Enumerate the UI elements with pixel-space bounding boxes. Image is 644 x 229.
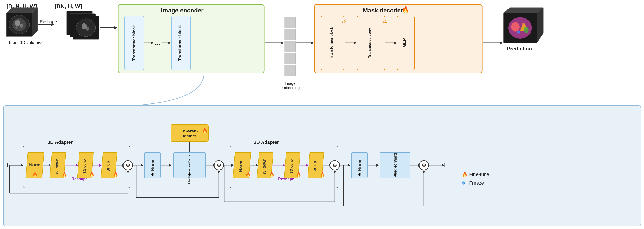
svg-point-18: [83, 24, 86, 28]
svg-marker-33: [281, 42, 284, 44]
svg-point-22: [86, 27, 89, 31]
svg-point-55: [524, 27, 529, 33]
svg-point-17: [78, 21, 84, 27]
svg-rect-37: [284, 53, 296, 64]
embedding-label: Image: [285, 81, 296, 86]
svg-marker-24: [114, 26, 118, 29]
embedding-label2: embedding: [280, 86, 300, 90]
prediction-label: Prediction: [507, 46, 532, 51]
svg-point-13: [75, 18, 80, 24]
reshape-top-label: Reshape: [40, 19, 57, 24]
svg-point-21: [82, 23, 87, 29]
svg-rect-38: [284, 65, 296, 76]
svg-marker-59: [504, 7, 543, 13]
svg-rect-42: [321, 16, 344, 70]
svg-rect-1: [6, 13, 32, 36]
svg-marker-40: [311, 42, 314, 44]
svg-rect-41: [314, 4, 482, 73]
svg-marker-28: [151, 42, 154, 44]
mlp-block: MLP: [402, 38, 407, 48]
x4-label: x4: [382, 20, 386, 24]
svg-marker-54: [520, 22, 528, 31]
svg-point-4: [9, 15, 30, 34]
svg-marker-30: [168, 42, 171, 44]
svg-marker-3: [6, 7, 38, 13]
svg-point-7: [20, 24, 23, 28]
decoder-title: Mask decoder: [363, 7, 403, 14]
svg-point-57: [522, 23, 524, 26]
dots: ...: [155, 39, 160, 46]
x2-label: x2: [342, 20, 346, 24]
svg-rect-35: [284, 29, 296, 40]
svg-marker-44: [354, 42, 356, 44]
svg-marker-10: [51, 23, 54, 26]
transposed-conv-block: Transposed conv: [368, 28, 372, 58]
svg-rect-31: [171, 16, 191, 70]
svg-rect-45: [357, 16, 385, 70]
svg-point-6: [15, 20, 20, 26]
svg-rect-25: [118, 4, 264, 73]
svg-point-8: [16, 26, 18, 28]
decoder-transformer-block: Transformer block: [330, 27, 334, 59]
svg-rect-11: [66, 11, 92, 35]
svg-point-5: [12, 18, 26, 31]
svg-point-14: [80, 22, 83, 26]
svg-point-52: [508, 17, 532, 39]
svg-rect-26: [124, 16, 144, 70]
svg-point-16: [73, 16, 92, 34]
transformer-block-2: Transformer block: [177, 25, 182, 61]
transformer-block-1: Transformer block: [132, 25, 136, 61]
svg-rect-51: [504, 13, 537, 43]
bnhw2-label: [BN, H, W]: [55, 3, 82, 9]
decoder-fire-icon: 🔥: [402, 6, 410, 13]
svg-marker-47: [394, 42, 397, 44]
svg-rect-0: [6, 13, 32, 36]
svg-point-20: [76, 19, 96, 37]
svg-marker-2: [32, 7, 38, 36]
svg-marker-50: [500, 42, 503, 44]
bnhw-label: [B, N, H, W]: [6, 3, 37, 9]
svg-rect-48: [397, 16, 414, 70]
svg-rect-15: [70, 13, 96, 37]
svg-marker-58: [537, 7, 543, 43]
svg-rect-36: [284, 41, 296, 52]
input-label: Input 3D volumes: [9, 40, 42, 45]
svg-point-53: [511, 22, 520, 31]
svg-rect-34: [284, 17, 296, 28]
encoder-title: Image encoder: [161, 7, 204, 14]
bottom-panel-bg: [3, 105, 641, 227]
svg-point-56: [517, 31, 520, 34]
svg-point-12: [70, 14, 89, 32]
svg-rect-19: [73, 16, 99, 39]
